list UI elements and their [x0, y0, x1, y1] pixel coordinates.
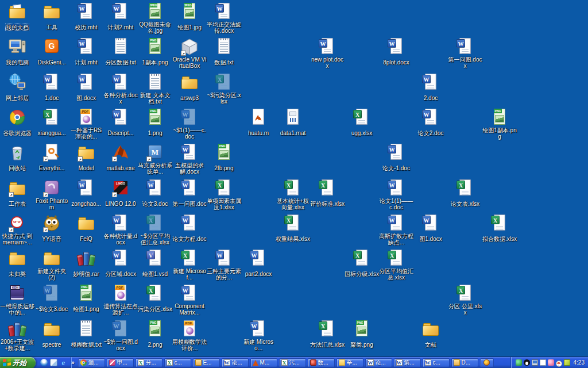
- desktop-icon[interactable]: data1.mat: [276, 108, 310, 137]
- desktop-icon[interactable]: ↗工作表: [0, 179, 34, 208]
- desktop-icon[interactable]: 2.doc: [413, 73, 448, 102]
- desktop-icon[interactable]: 污染分区.xlsx: [138, 284, 172, 313]
- desktop-icon[interactable]: 网上邻居: [0, 73, 34, 102]
- desktop-icon[interactable]: ugg.xlsx: [345, 108, 379, 137]
- taskbar-button[interactable]: 甲...: [107, 358, 134, 367]
- desktop-icon[interactable]: 1副本.png: [138, 37, 172, 67]
- desktop-icon[interactable]: 文献: [413, 320, 448, 349]
- ime-icon[interactable]: [564, 359, 570, 366]
- desktop-icon[interactable]: ↗马克威分析系统单...: [138, 143, 172, 176]
- desktop-icon[interactable]: 国标分级.xlsx: [345, 249, 379, 278]
- desktop-icon[interactable]: 平均正交法旋转.docx: [207, 2, 241, 35]
- desktop-icon[interactable]: new plot.docx: [310, 37, 345, 70]
- desktop-icon[interactable]: ~$第一问图.docx: [103, 320, 138, 352]
- desktop-icon[interactable]: 2fb.png: [207, 143, 241, 172]
- desktop-icon[interactable]: 数据.txt: [207, 37, 241, 67]
- taskbar-button[interactable]: 颁...: [78, 358, 105, 367]
- clock[interactable]: 4:23: [574, 357, 585, 368]
- desktop-icon[interactable]: ~$论文3.doc: [34, 284, 69, 313]
- desktop-icon[interactable]: 工具: [34, 2, 69, 32]
- desktop-icon[interactable]: 绘图1.png: [69, 284, 103, 313]
- desktop-icon[interactable]: 高斯扩散方程 缺点...: [379, 214, 413, 247]
- desktop-icon[interactable]: 论文3.doc: [138, 179, 172, 208]
- desktop-icon[interactable]: 谷歌浏览器: [0, 108, 34, 137]
- desktop-icon[interactable]: 论文-1.doc: [379, 143, 413, 172]
- desktop-icon[interactable]: spectre: [34, 320, 69, 349]
- desktop-icon[interactable]: 各种统计量.docx: [103, 214, 138, 247]
- taskbar-button[interactable]: D...: [451, 358, 478, 367]
- desktop-icon[interactable]: 妙明值.rar: [69, 249, 103, 278]
- desktop-icon[interactable]: 分区数据.txt: [103, 37, 138, 67]
- desktop-icon[interactable]: ~$污染分区.xlsx: [207, 73, 241, 106]
- taskbar-button[interactable]: [480, 358, 494, 367]
- desktop-icon[interactable]: 新建 Microsof...: [172, 249, 207, 282]
- desktop-icon[interactable]: part2.docx: [241, 249, 276, 278]
- desktop-icon[interactable]: 分区 公里.xlsx: [448, 284, 482, 317]
- taskbar-button[interactable]: 辛...: [336, 358, 363, 367]
- desktop-icon[interactable]: 新建 Microso...: [241, 320, 276, 352]
- desktop-icon[interactable]: Component Matrix...: [172, 284, 207, 317]
- desktop-icon[interactable]: ↗快捷方式 到 merriam~...: [0, 214, 34, 247]
- desktop-icon[interactable]: 计划2.mht: [103, 2, 138, 32]
- taskbar-button[interactable]: 论...: [365, 358, 392, 367]
- desktop-icon[interactable]: ↗YY语音: [34, 214, 69, 243]
- taskbar-button[interactable]: 数...: [308, 358, 335, 367]
- start-button[interactable]: 开始: [0, 357, 36, 368]
- desktop-icon[interactable]: 绘图1.vsd: [138, 249, 172, 278]
- taskbar-button[interactable]: 第...: [394, 358, 421, 367]
- taskbar-button[interactable]: E...: [193, 358, 220, 367]
- desktop-icon[interactable]: 第一问图.doc: [172, 179, 207, 208]
- desktop-icon[interactable]: 未归类: [0, 249, 34, 278]
- desktop-icon[interactable]: 权重结果.xlsx: [276, 214, 310, 243]
- desktop-icon[interactable]: 新建文件夹(2): [34, 249, 69, 282]
- desktop-icon[interactable]: 2006+王文波+数学建...: [0, 320, 34, 352]
- desktop-icon[interactable]: 绘图1副本.png: [482, 108, 517, 141]
- desktop-icon[interactable]: 五模型的求解.docx: [172, 143, 207, 176]
- pink-app-icon[interactable]: [548, 359, 554, 366]
- show-desktop-icon[interactable]: [50, 359, 57, 366]
- desktop-icon[interactable]: ~$1(1)——c.doc: [172, 108, 207, 141]
- taskbar-button[interactable]: c...: [423, 358, 450, 367]
- desktop-icon[interactable]: arswp3: [172, 73, 207, 102]
- desktop-surface[interactable]: 我的文档工具校历.mht计划2.mhtQQ截图未命名.jpg绘图1.jpg平均正…: [0, 0, 588, 356]
- desktop-icon[interactable]: Descript...: [103, 108, 138, 137]
- desktop-icon[interactable]: ↗LINGO 12.0: [103, 179, 138, 208]
- desktop-icon[interactable]: 论文表.xlsx: [448, 179, 482, 208]
- green-app-icon[interactable]: [516, 359, 522, 366]
- desktop-icon[interactable]: ↗Everythi...: [34, 143, 69, 172]
- desktop-icon[interactable]: xianggua...: [34, 108, 69, 137]
- qq-icon[interactable]: [524, 359, 530, 366]
- taskbar-button[interactable]: 论...: [222, 358, 249, 367]
- desktop-icon[interactable]: 绘图1.jpg: [172, 2, 207, 32]
- desktop-icon[interactable]: 基本统计+权向量.xlsx: [276, 179, 310, 212]
- ie-icon[interactable]: [60, 359, 67, 366]
- desktop-icon[interactable]: 三种主要元素的分...: [207, 249, 241, 282]
- taskbar-button[interactable]: 分...: [136, 358, 163, 367]
- desktop-icon[interactable]: 分区平均值汇总.xlsx: [379, 249, 413, 282]
- desktop-icon[interactable]: ↗Oracle VM VirtualBox: [172, 37, 207, 70]
- desktop-icon[interactable]: 8plot.docx: [379, 37, 413, 67]
- monitor-icon[interactable]: [532, 359, 538, 366]
- desktop-icon[interactable]: 1.png: [138, 108, 172, 137]
- desktop-icon[interactable]: 拟合数据.xlsx: [482, 214, 517, 243]
- desktop-icon[interactable]: 2.png: [138, 320, 172, 349]
- taskbar-button[interactable]: M...: [250, 358, 277, 367]
- desktop-icon[interactable]: 计划.mht: [69, 37, 103, 67]
- desktop-icon[interactable]: 论文方程.doc: [172, 214, 207, 243]
- desktop-icon[interactable]: 一种基于RS理论的...: [69, 108, 103, 141]
- desktop-icon[interactable]: 各种分析.docx: [103, 73, 138, 106]
- desktop-icon[interactable]: 我的文档: [0, 2, 34, 32]
- taskbar-button[interactable]: 污...: [279, 358, 306, 367]
- desktop-icon[interactable]: 我的电脑: [0, 37, 34, 67]
- desktop-icon[interactable]: ↗Foxit Phantom: [34, 179, 69, 212]
- media-player-icon[interactable]: [40, 359, 48, 366]
- desktop-icon[interactable]: ↗Model: [69, 143, 103, 172]
- desktop-icon[interactable]: 校历.mht: [69, 2, 103, 32]
- taskbar-button[interactable]: c...: [164, 358, 191, 367]
- desktop-icon[interactable]: FeiQ: [69, 214, 103, 243]
- desktop-icon[interactable]: ~$分区平均值汇总.xlsx: [138, 214, 172, 247]
- desktop-icon[interactable]: 第一问图.docx: [448, 37, 482, 70]
- desktop-icon[interactable]: huatu.m: [241, 108, 276, 137]
- quick-launch-chevron-icon[interactable]: »: [71, 357, 75, 368]
- document-icon[interactable]: [540, 359, 546, 366]
